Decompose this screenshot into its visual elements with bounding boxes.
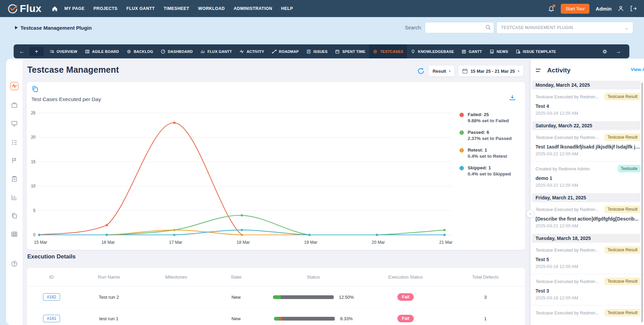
activity-entry[interactable]: Created by Redmine Admin Testsuite demo …	[531, 161, 644, 192]
data-point[interactable]	[106, 234, 108, 236]
sidebar-bar-chart-icon[interactable]	[11, 194, 18, 201]
progress-segment	[273, 295, 281, 299]
sidebar-flag-icon[interactable]	[11, 157, 18, 164]
activity-type-badge: Testcase Result	[604, 246, 641, 254]
activity-panel-collapse-button[interactable]: ›	[526, 210, 535, 218]
data-point[interactable]	[376, 234, 378, 236]
result-filter-select[interactable]: Result ▾	[429, 66, 454, 76]
tabs-scroll-left-icon[interactable]: ←	[16, 48, 27, 55]
nav-item-timesheet[interactable]: TIMESHEET	[164, 6, 189, 11]
tab-flux-gantt[interactable]: FLUX GANTT	[196, 44, 236, 58]
legend-item[interactable]: Skipped: 10.4% set to Skipped	[459, 165, 519, 176]
tab-backlog[interactable]: BACKLOG	[123, 44, 157, 58]
activity-meta: Testcase Executed by Redmin...	[536, 248, 599, 253]
search-input[interactable]	[425, 23, 494, 33]
activity-entry-title[interactable]: Test 1asdf lksnadlkfjlsakd jlkjsdlkjf ls…	[536, 144, 641, 150]
data-point[interactable]	[106, 224, 108, 226]
activity-entry[interactable]: Testcase Executed by Redmin... Testcase …	[531, 89, 644, 120]
activity-entry-title[interactable]: Test 3	[536, 288, 641, 294]
activity-meta: Testcase Executed by Redmin...	[536, 135, 599, 140]
project-selector[interactable]: TESTCASE MANAGEMENT PLUGIN ⌄	[497, 22, 633, 33]
activity-title: Activity	[547, 67, 571, 74]
view-all-link[interactable]: View All	[631, 67, 644, 72]
run-id-link[interactable]: #141	[43, 315, 60, 322]
user-icon[interactable]	[618, 5, 624, 12]
tabs-scroll-right-icon[interactable]: →	[613, 48, 624, 55]
tab-gantt[interactable]: GANTT	[458, 44, 486, 58]
data-point[interactable]	[241, 229, 243, 231]
nav-item-flux-gantt[interactable]: FLUX GANTT	[127, 6, 155, 11]
sidebar-clipboard-icon[interactable]	[11, 175, 18, 182]
sidebar-copy-pages-icon[interactable]	[11, 212, 18, 219]
breadcrumb-row: Testcase Management Plugin Search: TESTC…	[0, 17, 644, 38]
sidebar-table-icon[interactable]	[11, 231, 18, 238]
tab-testcases[interactable]: TESTCASES	[369, 44, 407, 58]
tab-dashboard[interactable]: DASHBOARD	[157, 44, 196, 58]
activity-entry[interactable]: Testcase Executed by Redmin... Testcase …	[531, 202, 644, 232]
activity-entry-title[interactable]: [Describe the first action]dfgdfgfdg[Des…	[536, 216, 641, 222]
legend-item[interactable]: Retest: 10.4% set to Retest	[459, 147, 519, 159]
date-range-picker[interactable]: 15 Mar 25 - 21 Mar 25 ▾	[458, 66, 523, 76]
table-row[interactable]: #141 test run 1 New 8.33% Fail 1	[27, 308, 525, 325]
activity-entry[interactable]: Testcase Executed by Redmin... Testcase …	[531, 130, 644, 160]
navbar-right: Start Tour Admin	[548, 4, 636, 14]
tab-roadmap[interactable]: ROADMAP	[268, 44, 303, 58]
data-point[interactable]	[241, 214, 243, 217]
table-row[interactable]: #142 Test run 2 New 12.50% Fail 3	[27, 286, 525, 308]
legend-text: Failed: 259.88% set to Failed	[468, 112, 509, 123]
tab-knowledgebase[interactable]: KNOWLEDGEBASE	[407, 44, 458, 58]
tab-issues[interactable]: ISSUES	[303, 44, 332, 58]
breadcrumb[interactable]: Testcase Management Plugin	[15, 25, 92, 31]
flux-logo[interactable]: Flux	[8, 3, 42, 14]
refresh-icon[interactable]	[417, 67, 425, 75]
data-point[interactable]	[173, 229, 176, 231]
search-icon[interactable]	[485, 25, 491, 30]
tab-issue-template[interactable]: ISSUE TEMPLATE	[512, 44, 560, 58]
sidebar-activity-pulse-icon[interactable]	[10, 82, 18, 90]
home-icon[interactable]	[52, 6, 58, 12]
data-point[interactable]	[38, 234, 41, 236]
chevron-down-icon: ▾	[449, 69, 451, 73]
activity-scrollbar[interactable]	[641, 83, 643, 322]
data-point[interactable]	[308, 234, 311, 236]
logout-icon[interactable]	[630, 5, 636, 12]
nav-item-projects[interactable]: PROJECTS	[93, 6, 118, 11]
tab-settings-gear-icon[interactable]	[602, 49, 608, 54]
activity-entry-title[interactable]: Test 5	[536, 257, 641, 262]
execution-status-badge: Fail	[397, 293, 414, 301]
activity-entry[interactable]: Testcase Executed by Redmin... Testcase …	[531, 243, 644, 273]
notifications-bell-icon[interactable]	[548, 5, 555, 12]
activity-type-badge: Testcase Result	[604, 278, 641, 285]
tab-overview[interactable]: OVERVIEW	[46, 44, 81, 58]
y-tick-label: 0	[33, 232, 35, 237]
start-tour-button[interactable]: Start Tour	[561, 4, 589, 14]
tab-agile-board[interactable]: AGILE BOARD	[81, 44, 123, 58]
sidebar-help-icon[interactable]	[11, 260, 18, 267]
add-tab-button[interactable]: +	[29, 47, 44, 56]
data-point[interactable]	[241, 234, 243, 236]
sidebar-checklist-icon[interactable]	[11, 139, 18, 145]
download-chart-icon[interactable]	[509, 94, 516, 101]
tab-activity[interactable]: ACTIVITY	[236, 44, 268, 58]
data-point[interactable]	[173, 122, 176, 124]
tab-news[interactable]: NEWS	[486, 44, 512, 58]
data-point[interactable]	[443, 229, 446, 231]
nav-item-workload[interactable]: WORKLOAD	[198, 6, 225, 11]
activity-entry[interactable]: Testcase Executed by Redmin... Testcase …	[531, 305, 644, 321]
activity-entry-title[interactable]: Test 4	[536, 103, 641, 109]
activity-entry-title[interactable]: demo 1	[536, 175, 641, 181]
run-id-link[interactable]: #142	[43, 293, 60, 301]
nav-item-administration[interactable]: ADMINISTRATION	[234, 6, 272, 11]
data-point[interactable]	[173, 234, 176, 236]
col-header-total-defects: Total Defects	[445, 274, 525, 280]
sidebar-briefcase-icon[interactable]	[11, 102, 18, 109]
legend-item[interactable]: Failed: 259.88% set to Failed	[459, 112, 519, 123]
legend-item[interactable]: Passed: 62.37% set to Passed	[459, 130, 519, 141]
sidebar-monitor-icon[interactable]	[11, 120, 18, 127]
user-name[interactable]: Admin	[596, 6, 612, 12]
nav-item-help[interactable]: HELP	[281, 6, 293, 11]
nav-item-my-page[interactable]: MY PAGE	[64, 6, 85, 11]
data-point[interactable]	[443, 234, 446, 236]
activity-entry[interactable]: Testcase Executed by Redmin... Testcase …	[531, 274, 644, 305]
tab-spent-time[interactable]: SPENT TIME	[331, 44, 369, 58]
